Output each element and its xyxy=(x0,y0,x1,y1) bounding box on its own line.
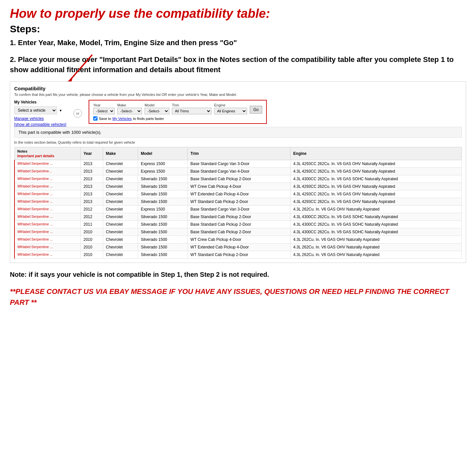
or-divider: or xyxy=(73,109,82,118)
table-row: Mfrlabel:Serpentine ...2010ChevroletSilv… xyxy=(14,236,462,244)
quantity-note: In the notes section below, Quantity ref… xyxy=(14,140,462,144)
main-title: How to properly use the compatibility ta… xyxy=(10,7,466,21)
model-cell: Silverado 1500 xyxy=(138,228,188,236)
year-select[interactable]: -Select- xyxy=(93,108,115,114)
notes-cell: Mfrlabel:Serpentine... xyxy=(14,168,81,175)
make-cell: Chevrolet xyxy=(103,175,138,183)
dropdown-arrow-icon: ▼ xyxy=(59,109,62,112)
notes-cell: Mfrlabel:Serpentine ... xyxy=(14,206,81,213)
notes-cell: Mfrlabel:Serpentine ... xyxy=(14,183,81,190)
compatible-count-bar: This part is compatible with 1000 vehicl… xyxy=(14,127,462,138)
engine-cell: 4.3L 4293CC 262Cu. In. V6 GAS OHV Natura… xyxy=(291,190,462,198)
make-select[interactable]: -Select- xyxy=(117,108,142,114)
model-cell: Silverado 1500 xyxy=(138,198,188,206)
trim-cell: Base Standard Cab Pickup 2-Door xyxy=(188,221,291,228)
model-cell: Express 1500 xyxy=(138,160,188,168)
note-text: Note: if it says your vehicle is not com… xyxy=(10,270,466,279)
vehicle-form-box: Year -Select- Make -Select- Model xyxy=(89,100,267,124)
my-vehicles-link[interactable]: My Vehicles xyxy=(112,117,132,121)
year-cell: 2013 xyxy=(81,168,103,175)
engine-cell: 4.3L 4293CC 262Cu. In. V6 GAS OHV Natura… xyxy=(291,183,462,190)
th-year: Year xyxy=(81,147,103,160)
make-cell: Chevrolet xyxy=(103,213,138,221)
make-cell: Chevrolet xyxy=(103,236,138,244)
engine-cell: 4.3L 4300CC 262Cu. In. V6 GAS SOHC Natur… xyxy=(291,228,462,236)
show-all-link[interactable]: [show all compatible vehicles] xyxy=(14,122,67,127)
trim-cell: WT Crew Cab Pickup 4-Door xyxy=(188,183,291,190)
trim-cell: Base Standard Cargo Van 4-Door xyxy=(188,168,291,175)
step2-text: 2. Place your mouse over "Important Part… xyxy=(10,55,466,75)
save-suffix: to finds parts faster xyxy=(133,117,164,121)
th-engine: Engine xyxy=(291,147,462,160)
compat-subtitle: To confirm that this part fits your vehi… xyxy=(14,93,462,97)
table-row: Mfrlabel:Serpentine ...2011ChevroletSilv… xyxy=(14,221,462,228)
year-cell: 2013 xyxy=(81,183,103,190)
make-cell: Chevrolet xyxy=(103,244,138,251)
model-cell: Silverado 1500 xyxy=(138,175,188,183)
table-row: Mfrlabel:Serpentine ...2013ChevroletExpr… xyxy=(14,160,462,168)
notes-cell: Mfrlabel:Serpentine ... xyxy=(14,244,81,251)
trim-label: Trim xyxy=(172,103,211,107)
model-cell: Express 1500 xyxy=(138,206,188,213)
notes-cell: Mfrlabel:Serpentine ... xyxy=(14,198,81,206)
year-cell: 2013 xyxy=(81,175,103,183)
my-vehicles-label: My Vehicles xyxy=(14,100,67,104)
notes-cell: Mfrlabel:Serpentine ... xyxy=(14,228,81,236)
make-cell: Chevrolet xyxy=(103,198,138,206)
notes-cell: Mfrlabel:Serpentine ... xyxy=(14,221,81,228)
th-notes: Notes Important part details xyxy=(14,147,81,160)
notes-cell: Mfrlabel:Serpentine ... xyxy=(14,175,81,183)
table-row: Mfrlabel:Serpentine ...2013ChevroletSilv… xyxy=(14,183,462,190)
trim-cell: Base Standard Cargo Van 3-Door xyxy=(188,160,291,168)
go-button[interactable]: Go xyxy=(250,106,262,114)
trim-cell: WT Standard Cab Pickup 2-Door xyxy=(188,198,291,206)
year-cell: 2013 xyxy=(81,190,103,198)
save-text: Save to xyxy=(99,117,111,121)
trim-cell: Base Standard Cab Pickup 2-Door xyxy=(188,213,291,221)
vehicle-select[interactable]: Select a vehicle xyxy=(14,106,57,114)
make-label: Make xyxy=(117,103,142,107)
steps-heading: Steps: xyxy=(10,23,466,35)
make-cell: Chevrolet xyxy=(103,168,138,175)
engine-cell: 4.3L 4293CC 262Cu. In. V6 GAS OHV Natura… xyxy=(291,168,462,175)
year-field: Year -Select- xyxy=(93,103,115,114)
model-select[interactable]: -Select- xyxy=(145,108,169,114)
save-checkbox[interactable] xyxy=(93,116,98,121)
make-cell: Chevrolet xyxy=(103,190,138,198)
make-cell: Chevrolet xyxy=(103,183,138,190)
engine-label: Engine xyxy=(214,103,247,107)
trim-cell: WT Standard Cab Pickup 2-Door xyxy=(188,251,291,259)
year-cell: 2012 xyxy=(81,206,103,213)
compat-title: Compatibility xyxy=(14,86,462,91)
manage-vehicles-link[interactable]: Manage vehicles xyxy=(14,116,67,121)
model-cell: Silverado 1500 xyxy=(138,213,188,221)
th-trim: Trim xyxy=(188,147,291,160)
table-row: Mfrlabel:Serpentine ...2013ChevroletSilv… xyxy=(14,190,462,198)
engine-cell: 4.3L 4300CC 262Cu. In. V6 GAS SOHC Natur… xyxy=(291,221,462,228)
table-row: Mfrlabel:Serpentine ...2012ChevroletSilv… xyxy=(14,213,462,221)
year-cell: 2010 xyxy=(81,251,103,259)
model-cell: Silverado 1500 xyxy=(138,251,188,259)
year-cell: 2010 xyxy=(81,236,103,244)
model-cell: Silverado 1500 xyxy=(138,190,188,198)
trim-cell: Base Standard Cab Pickup 2-Door xyxy=(188,175,291,183)
table-row: Mfrlabel:Serpentine ...2010ChevroletSilv… xyxy=(14,244,462,251)
th-model: Model xyxy=(138,147,188,160)
step2-section: 2. Place your mouse over "Important Part… xyxy=(10,55,466,75)
year-cell: 2013 xyxy=(81,160,103,168)
engine-field: Engine All Engines xyxy=(214,103,247,114)
year-cell: 2013 xyxy=(81,198,103,206)
trim-select[interactable]: All Trims xyxy=(172,108,211,114)
year-cell: 2010 xyxy=(81,244,103,251)
th-make: Make xyxy=(103,147,138,160)
engine-cell: 4.3L 262Cu. In. V6 GAS OHV Naturally Asp… xyxy=(291,236,462,244)
make-cell: Chevrolet xyxy=(103,206,138,213)
make-cell: Chevrolet xyxy=(103,251,138,259)
year-cell: 2012 xyxy=(81,213,103,221)
my-vehicles-section: My Vehicles Select a vehicle ▼ Manage ve… xyxy=(14,100,67,127)
engine-cell: 4.3L 262Cu. In. V6 GAS OHV Naturally Asp… xyxy=(291,206,462,213)
trim-cell: Base Standard Cargo Van 3-Door xyxy=(188,206,291,213)
model-field: Model -Select- xyxy=(145,103,169,114)
engine-select[interactable]: All Engines xyxy=(214,108,247,114)
table-row: Mfrlabel:Serpentine ...2013ChevroletSilv… xyxy=(14,198,462,206)
